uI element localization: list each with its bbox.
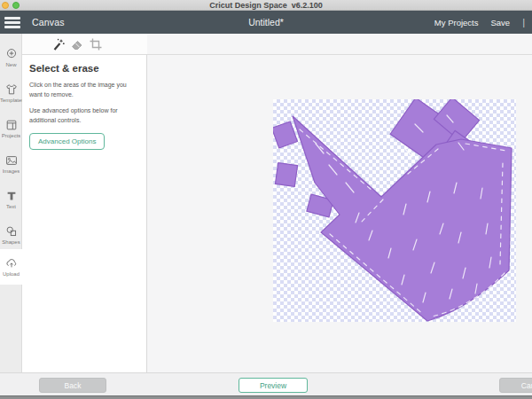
sidebar-item-text[interactable]: Text xyxy=(0,183,22,216)
eraser-icon xyxy=(70,37,84,51)
panel-instruction-1: Click on the areas of the image you want… xyxy=(29,81,141,100)
sidebar-item-label: Upload xyxy=(3,271,20,277)
sidebar-item-label: Images xyxy=(3,168,20,174)
sidebar-item-shapes[interactable]: Shapes xyxy=(0,218,22,252)
plus-circle-icon xyxy=(5,48,18,60)
window-titlebar: Cricut Design Space v6.2.100 xyxy=(0,0,532,11)
save-link[interactable]: Save xyxy=(490,18,510,27)
cancel-button[interactable]: Cancel xyxy=(499,378,532,393)
back-button[interactable]: Back xyxy=(39,378,106,393)
sidebar-item-images[interactable]: Images xyxy=(0,147,22,181)
uploaded-image[interactable] xyxy=(273,99,516,322)
tshirt-icon xyxy=(5,83,18,96)
upload-cloud-icon xyxy=(5,257,18,270)
sidebar-item-templates[interactable]: Templates xyxy=(0,76,22,110)
panel-heading: Select & erase xyxy=(29,63,139,74)
footer-bar: Back Preview Cancel xyxy=(0,372,532,395)
header-divider: | xyxy=(522,17,525,27)
window-title: Cricut Design Space v6.2.100 xyxy=(0,1,532,10)
crop-tool[interactable] xyxy=(89,37,103,51)
panel-instruction-2: Use advanced options below for additiona… xyxy=(29,106,141,126)
eraser-tool[interactable] xyxy=(70,37,84,51)
sidebar-item-upload[interactable]: Upload xyxy=(0,249,22,285)
sidebar-item-label: Shapes xyxy=(2,239,20,245)
sidebar: New Templates Projects Images xyxy=(0,34,22,372)
magic-wand-icon xyxy=(51,37,66,51)
erase-toolbar xyxy=(22,34,532,55)
canvas-area xyxy=(147,55,532,372)
projects-icon xyxy=(5,119,18,131)
window-bottom-edge xyxy=(0,395,532,399)
sidebar-item-label: New xyxy=(5,62,16,67)
app-header: Canvas Untitled* My Projects Save | xyxy=(0,11,532,34)
magic-wand-tool[interactable] xyxy=(51,37,66,51)
sidebar-item-new[interactable]: New xyxy=(0,41,22,74)
sidebar-item-projects[interactable]: Projects xyxy=(0,112,22,145)
sidebar-item-label: Projects xyxy=(2,133,21,138)
sidebar-item-label: Templates xyxy=(0,98,22,103)
select-erase-panel: Select & erase Click on the areas of the… xyxy=(22,55,147,372)
sidebar-item-label: Text xyxy=(6,204,16,209)
app-window: Cricut Design Space v6.2.100 Canvas Unti… xyxy=(0,0,532,399)
images-icon xyxy=(5,154,18,167)
crop-icon xyxy=(89,37,103,51)
text-icon xyxy=(5,190,18,202)
preview-button[interactable]: Preview xyxy=(239,378,308,393)
shapes-icon xyxy=(5,225,18,238)
erase-canvas[interactable] xyxy=(273,99,516,322)
advanced-options-button[interactable]: Advanced Options xyxy=(29,133,105,150)
my-projects-link[interactable]: My Projects xyxy=(434,18,479,27)
